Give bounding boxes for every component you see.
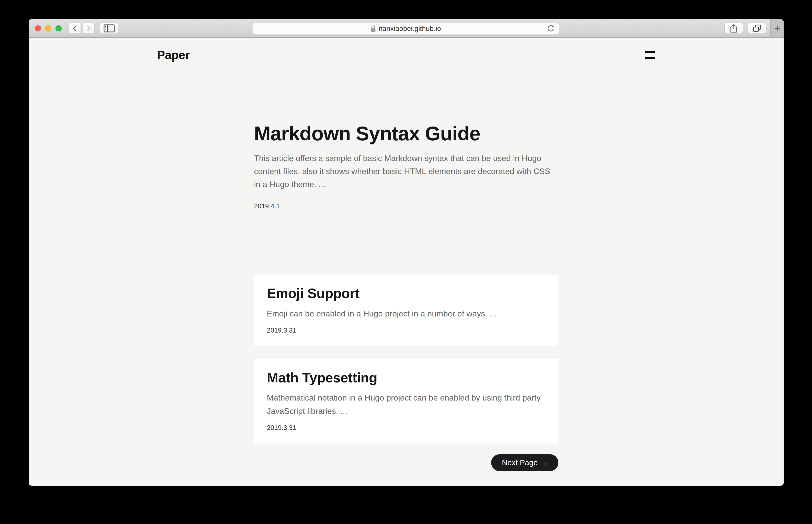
featured-post-date: 2019.4.1 bbox=[254, 202, 558, 210]
featured-post-excerpt: This article offers a sample of basic Ma… bbox=[254, 152, 558, 191]
post-card-excerpt: Emoji can be enabled in a Hugo project i… bbox=[267, 307, 546, 320]
browser-window: nanxiaobei.github.io bbox=[29, 19, 784, 486]
post-card-emoji-support[interactable]: Emoji Support Emoji can be enabled in a … bbox=[254, 275, 558, 346]
post-card-date: 2019.3.31 bbox=[267, 424, 546, 432]
chevron-right-icon bbox=[85, 25, 92, 32]
post-card-math-typesetting[interactable]: Math Typesetting Mathematical notation i… bbox=[254, 359, 558, 443]
refresh-button[interactable] bbox=[547, 24, 555, 33]
forward-button[interactable] bbox=[82, 22, 95, 34]
menu-icon[interactable] bbox=[645, 50, 655, 60]
tabs-icon bbox=[753, 24, 761, 32]
share-button[interactable] bbox=[724, 22, 743, 34]
post-card-title[interactable]: Emoji Support bbox=[267, 285, 546, 302]
site-header: Paper bbox=[157, 38, 655, 62]
close-window-button[interactable] bbox=[35, 25, 41, 31]
chevron-left-icon bbox=[71, 25, 79, 32]
site-title-link[interactable]: Paper bbox=[157, 48, 190, 62]
post-card-title[interactable]: Math Typesetting bbox=[267, 369, 546, 387]
window-controls bbox=[35, 25, 62, 31]
sidebar-toggle-button[interactable] bbox=[100, 22, 118, 34]
next-page-button[interactable]: Next Page → bbox=[491, 454, 558, 471]
tab-overview-button[interactable] bbox=[748, 22, 766, 34]
post-card-excerpt: Mathematical notation in a Hugo project … bbox=[267, 391, 546, 417]
pagination: Next Page → bbox=[254, 454, 558, 471]
address-bar[interactable]: nanxiaobei.github.io bbox=[252, 22, 559, 35]
browser-toolbar: nanxiaobei.github.io bbox=[29, 19, 784, 38]
content-column: Markdown Syntax Guide This article offer… bbox=[254, 122, 558, 471]
post-card-date: 2019.3.31 bbox=[267, 326, 546, 334]
address-text: nanxiaobei.github.io bbox=[379, 25, 441, 33]
plus-icon: + bbox=[774, 23, 781, 34]
share-icon bbox=[730, 24, 737, 33]
featured-post-title[interactable]: Markdown Syntax Guide bbox=[254, 122, 558, 145]
back-button[interactable] bbox=[68, 22, 81, 34]
lock-icon bbox=[371, 25, 376, 32]
zoom-window-button[interactable] bbox=[55, 25, 62, 31]
featured-post: Markdown Syntax Guide This article offer… bbox=[254, 122, 558, 210]
sidebar-icon bbox=[103, 24, 115, 32]
post-list: Emoji Support Emoji can be enabled in a … bbox=[254, 275, 558, 443]
web-page: Paper Markdown Syntax Guide This article… bbox=[29, 38, 784, 485]
new-tab-button[interactable]: + bbox=[770, 19, 784, 37]
minimize-window-button[interactable] bbox=[45, 25, 51, 31]
